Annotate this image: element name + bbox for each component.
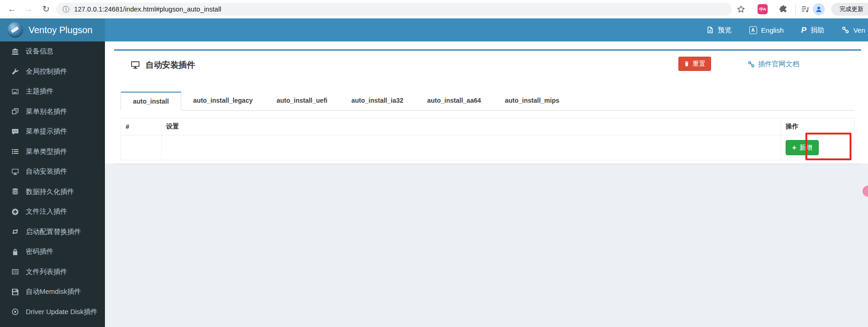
sidebar: 设备信息 全局控制插件 主题插件 菜单别名插件 菜单提示插件 菜单类型插件 自动… [0, 41, 105, 327]
add-button[interactable]: + 新增 [786, 140, 819, 155]
bookmark-star-icon[interactable] [737, 5, 745, 13]
lock-icon [11, 248, 19, 256]
screen: ← → ↻ ⓘ 127.0.0.1:24681/index.html#plugs… [0, 0, 868, 327]
sidebar-item-password[interactable]: 密码插件 [0, 242, 105, 262]
sidebar-item-conf-replace[interactable]: 启动配置替换插件 [0, 222, 105, 242]
translate-extension-icon[interactable]: 中A [758, 4, 768, 14]
cell-index [121, 135, 162, 160]
extensions-puzzle-icon[interactable] [779, 5, 788, 14]
sidebar-item-label: 文件列表插件 [26, 268, 67, 276]
reset-button-label: 重置 [693, 60, 706, 68]
nav-donate[interactable]: P 捐助 [801, 26, 824, 35]
table-header-row: # 设置 操作 [121, 118, 855, 135]
cell-settings [162, 135, 781, 160]
column-header-settings: 设置 [162, 118, 781, 135]
sidebar-item-label: 文件注入插件 [26, 207, 67, 216]
sidebar-item-label: 菜单类型插件 [26, 147, 67, 156]
nav-language[interactable]: A English [749, 26, 784, 34]
tab-auto-install-ia32[interactable]: auto_install_ia32 [339, 92, 415, 111]
list-icon [11, 148, 19, 156]
sidebar-item-menu-alias[interactable]: 菜单别名插件 [0, 102, 105, 122]
column-header-index: # [121, 118, 162, 135]
preview-file-icon [706, 26, 714, 34]
tab-bar: auto_install auto_install_legacy auto_in… [121, 92, 855, 111]
url-bar[interactable]: ⓘ 127.0.0.1:24681/index.html#plugson_aut… [56, 3, 732, 16]
sidebar-item-menu-class[interactable]: 菜单类型插件 [0, 142, 105, 162]
reading-list-icon[interactable] [801, 5, 809, 13]
sidebar-item-image-list[interactable]: 文件列表插件 [0, 262, 105, 282]
link-icon [748, 61, 755, 68]
chrome-update-chip[interactable]: 完成更新 [831, 3, 868, 16]
sidebar-item-label: 设备信息 [26, 47, 53, 56]
page-title-text: 自动安装插件 [145, 59, 195, 70]
browser-toolbar: ← → ↻ ⓘ 127.0.0.1:24681/index.html#plugs… [0, 0, 868, 18]
nav-preview[interactable]: 预览 [706, 26, 732, 35]
brand-title: Ventoy Plugson [29, 25, 93, 35]
sidebar-item-injection[interactable]: 文件注入插件 [0, 202, 105, 222]
settings-table: # 设置 操作 + 新增 [121, 118, 855, 160]
trash-icon [684, 61, 689, 67]
site-info-icon[interactable]: ⓘ [63, 5, 69, 14]
url-text: 127.0.0.1:24681/index.html#plugson_auto_… [74, 6, 221, 13]
refresh-icon[interactable]: ↻ [40, 3, 52, 16]
floppy-icon [11, 288, 19, 296]
brand-logo-area[interactable]: Ventoy Plugson [0, 18, 105, 41]
sidebar-item-persistence[interactable]: 数据持久化插件 [0, 182, 105, 202]
tab-auto-install-uefi[interactable]: auto_install_uefi [265, 92, 339, 111]
nav-ventoy-site-label: Ven [853, 26, 865, 34]
ventoy-logo-icon [7, 22, 23, 38]
tab-auto-install[interactable]: auto_install [121, 92, 181, 111]
nav-language-label: English [761, 26, 784, 34]
list-alt-icon [11, 268, 19, 276]
content-background [105, 164, 868, 327]
desktop-icon [131, 60, 140, 70]
language-icon: A [749, 26, 757, 34]
sidebar-item-label: 启动配置替换插件 [26, 228, 81, 236]
plugin-box: 自动安装插件 重置 插件官网文档 auto_install auto_insta… [114, 49, 861, 164]
comment-icon [11, 128, 19, 135]
person-icon [815, 5, 823, 13]
toolbar-separator [795, 5, 796, 14]
sidebar-item-label: 密码插件 [26, 247, 53, 256]
reset-button[interactable]: 重置 [678, 57, 711, 71]
tab-auto-install-legacy[interactable]: auto_install_legacy [181, 92, 265, 111]
sidebar-item-theme[interactable]: 主题插件 [0, 82, 105, 102]
back-icon[interactable]: ← [6, 3, 18, 16]
column-header-actions: 操作 [781, 118, 855, 135]
sidebar-item-dud[interactable]: Driver Update Disk插件 [0, 302, 105, 322]
nav-preview-label: 预览 [718, 26, 732, 35]
sidebar-item-label: 全局控制插件 [26, 67, 67, 76]
app-header: Ventoy Plugson 预览 A English P 捐助 [0, 18, 868, 41]
table-row: + 新增 [121, 135, 855, 160]
sidebar-item-global-control[interactable]: 全局控制插件 [0, 62, 105, 82]
add-button-label: 新增 [799, 144, 812, 152]
desktop-icon [11, 168, 19, 175]
database-icon [11, 188, 19, 196]
link-icon [842, 26, 849, 34]
main-content: 自动安装插件 重置 插件官网文档 auto_install auto_insta… [105, 41, 868, 327]
nav-ventoy-site[interactable]: Ven [842, 26, 865, 34]
sidebar-item-label: 菜单别名插件 [26, 107, 67, 116]
sidebar-item-label: 菜单提示插件 [26, 127, 67, 136]
sidebar-item-auto-memdisk[interactable]: 自动Memdisk插件 [0, 282, 105, 302]
profile-avatar[interactable] [813, 3, 825, 15]
cell-actions: + 新增 [781, 135, 855, 160]
sidebar-item-menu-tip[interactable]: 菜单提示插件 [0, 122, 105, 142]
sidebar-item-device-info[interactable]: 设备信息 [0, 41, 105, 62]
plugin-doc-link-label: 插件官网文档 [758, 60, 799, 69]
nav-donate-label: 捐助 [810, 26, 824, 35]
sidebar-item-label: 自动安装插件 [26, 167, 67, 176]
paypal-icon: P [801, 26, 806, 34]
plugin-doc-link[interactable]: 插件官网文档 [748, 60, 799, 69]
image-icon [11, 88, 19, 95]
plus-circle-icon [11, 208, 19, 216]
tab-auto-install-mips[interactable]: auto_install_mips [493, 92, 571, 111]
forward-icon[interactable]: → [22, 3, 35, 16]
wrench-icon [11, 68, 19, 76]
sidebar-item-label: Driver Update Disk插件 [26, 308, 98, 316]
bank-icon [11, 47, 19, 55]
plus-icon: + [792, 144, 796, 152]
tab-auto-install-aa64[interactable]: auto_install_aa64 [415, 92, 493, 111]
sidebar-item-auto-install[interactable]: 自动安装插件 [0, 162, 105, 182]
disc-icon [11, 308, 19, 316]
